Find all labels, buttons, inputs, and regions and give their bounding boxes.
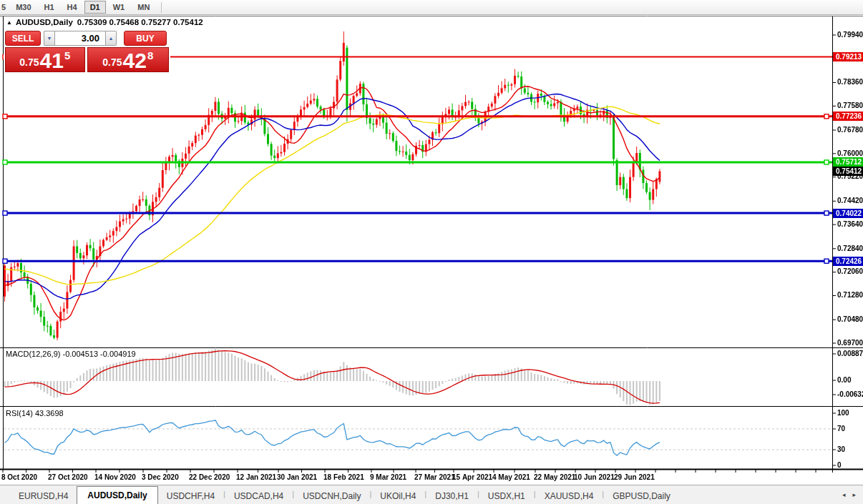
symbol-tab-bar: EURUSD,H4AUDUSD,DailyUSDCHF,H4|USDCAD,H4… [0, 485, 863, 504]
rsi-indicator-label: RSI(14) 43.3698 [6, 409, 64, 417]
chart-title: ▲ AUDUSD,Daily 0.75309 0.75468 0.75277 0… [6, 18, 203, 26]
timeframe-button-5[interactable]: 5 [0, 1, 9, 14]
buy-button[interactable]: BUY [124, 31, 167, 46]
sell-price-button[interactable]: 0.75 41 5 [5, 47, 85, 72]
timeframe-toolbar: 5M30H1H4D1W1MN [0, 0, 863, 15]
sell-price-pip-digit: 5 [64, 49, 70, 61]
chart-tab-gbpusd-daily[interactable]: GBPUSD,Daily [604, 488, 679, 504]
volume-input[interactable]: 3.00 [54, 31, 106, 46]
buy-price-big-digits: 42 [123, 51, 147, 70]
tab-scroll-controls: ◂ ▸ [842, 491, 856, 498]
price-tag-0.74022: 0.74022 [833, 209, 863, 218]
up-arrow-icon: ▲ [109, 36, 114, 41]
chart-tab-usdchf-h4[interactable]: USDCHF,H4 [158, 488, 223, 504]
chart-tab-ukoil-h4[interactable]: UKOil,H4 [371, 488, 424, 504]
symbol-tabs: EURUSD,H4AUDUSD,DailyUSDCHF,H4|USDCAD,H4… [10, 486, 679, 504]
sell-price-prefix: 0.75 [19, 56, 39, 68]
macd-indicator-label: MACD(12,26,9) -0.004513 -0.004919 [6, 350, 136, 358]
down-arrow-icon: ▼ [47, 36, 52, 41]
tab-scroll-left-icon[interactable]: ◂ [842, 491, 846, 498]
toolbar-separator [161, 2, 162, 13]
chart-symbol-label: AUDUSD,Daily [16, 18, 73, 26]
trade-panel-prices: 0.75 41 5 0.75 42 8 [5, 47, 169, 72]
timeframe-button-w1[interactable]: W1 [107, 1, 131, 14]
chart-ohlc-values: 0.75309 0.75468 0.75277 0.75412 [77, 18, 203, 26]
chart-tab-eurusd-h4[interactable]: EURUSD,H4 [10, 488, 77, 504]
timeframe-button-m30[interactable]: M30 [10, 1, 36, 14]
trading-platform-window: 5M30H1H4D1W1MN ▲ AUDUSD,Daily 0.75309 0.… [0, 0, 863, 504]
volume-decrease-button[interactable]: ▼ [44, 31, 54, 46]
chart-tab-usdcnh-daily[interactable]: USDCNH,Daily [294, 488, 369, 504]
timeframe-button-h4[interactable]: H4 [62, 1, 83, 14]
price-tag-0.72426: 0.72426 [833, 257, 863, 266]
price-tag-0.75412: 0.75412 [833, 167, 863, 176]
chart-canvas[interactable] [0, 0, 863, 504]
timeframe-button-h1[interactable]: H1 [39, 1, 60, 14]
chart-tab-xauusd-h4[interactable]: XAUUSD,H4 [536, 488, 603, 504]
chart-tab-dj30-h1[interactable]: DJ30,H1 [426, 488, 477, 504]
chart-tab-usdx-h1[interactable]: USDX,H1 [479, 488, 534, 504]
price-tag-0.79213: 0.79213 [833, 52, 863, 61]
chart-tab-audusd-daily[interactable]: AUDUSD,Daily [77, 486, 157, 504]
one-click-trade-panel: SELL ▼ 3.00 ▲ BUY 0.75 41 5 0.75 42 8 [4, 29, 170, 73]
volume-increase-button[interactable]: ▲ [106, 31, 117, 46]
price-tag-0.75712: 0.75712 [833, 157, 863, 167]
trade-panel-controls: SELL ▼ 3.00 ▲ BUY [5, 31, 169, 46]
collapse-arrow-icon[interactable]: ▲ [6, 19, 12, 26]
tab-scroll-right-icon[interactable]: ▸ [852, 491, 856, 498]
timeframe-button-d1[interactable]: D1 [84, 1, 106, 14]
buy-price-button[interactable]: 0.75 42 8 [87, 47, 170, 72]
buy-price-pip-digit: 8 [147, 49, 153, 61]
sell-price-big-digits: 41 [40, 51, 64, 70]
sell-button[interactable]: SELL [5, 31, 41, 46]
chart-tab-usdcad-h4[interactable]: USDCAD,H4 [225, 488, 292, 504]
timeframe-button-mn[interactable]: MN [132, 1, 155, 14]
buy-price-prefix: 0.75 [102, 56, 122, 68]
price-tag-0.77236: 0.77236 [833, 112, 863, 121]
